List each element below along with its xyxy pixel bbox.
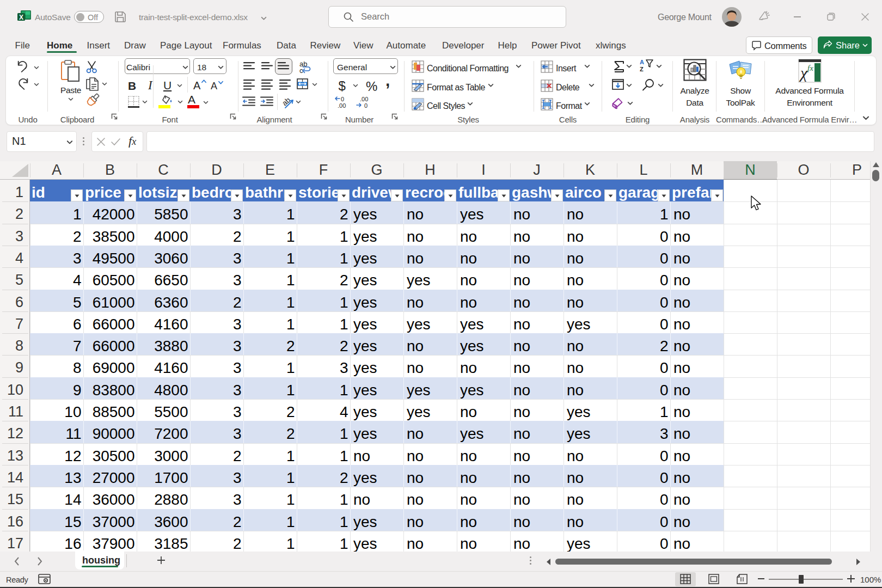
svg-text:χ: χ	[799, 64, 808, 82]
svg-text:0: 0	[341, 96, 344, 102]
svg-text:X: X	[19, 14, 23, 21]
svg-text:Z: Z	[640, 66, 644, 72]
svg-text:.00: .00	[360, 96, 368, 102]
svg-text:ab: ab	[281, 96, 292, 107]
svg-text:fx: fx	[807, 64, 813, 72]
svg-text:.00: .00	[338, 102, 346, 109]
svg-text:0: 0	[364, 102, 367, 109]
svg-text:A: A	[640, 59, 644, 65]
